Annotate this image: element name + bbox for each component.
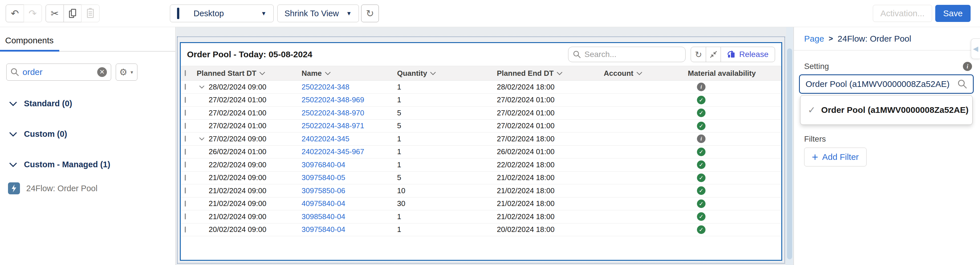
- row-checkbox[interactable]: [185, 97, 186, 103]
- paste-button[interactable]: [81, 5, 99, 22]
- cell-name-link[interactable]: 30975840-05: [302, 173, 397, 182]
- table-row[interactable]: 26/02/2024 01:0024022024-345-967126/02/2…: [181, 146, 781, 159]
- properties-panel: Page > 24Flow: Order Pool ◀ Setting i Or…: [794, 27, 980, 265]
- section-label: Custom - Managed (1): [24, 160, 110, 169]
- row-checkbox[interactable]: [185, 136, 186, 141]
- table-row[interactable]: 21/02/2024 09:0030985840-04121/02/2024 1…: [181, 210, 781, 224]
- cell-material-availability: ✓: [688, 186, 781, 195]
- desktop-monitor-icon: [177, 9, 188, 18]
- row-checkbox[interactable]: [185, 123, 186, 129]
- view-zoom-selector[interactable]: Shrink To View ▼: [277, 5, 359, 22]
- row-checkbox[interactable]: [185, 110, 186, 116]
- row-checkbox[interactable]: [185, 213, 186, 219]
- cut-button[interactable]: ✂: [46, 5, 64, 22]
- setting-option-selected[interactable]: ✓ Order Pool (a1MWV0000008Za52AE): [800, 105, 969, 116]
- component-item-label: 24Flow: Order Pool: [26, 184, 97, 193]
- availability-info-icon[interactable]: i: [697, 83, 705, 91]
- row-expander-icon[interactable]: [199, 137, 205, 140]
- canvas-scrollbar[interactable]: [786, 27, 793, 265]
- clear-search-icon[interactable]: ✕: [97, 67, 107, 77]
- planned-start-value: 28/02/2024 09:00: [208, 83, 266, 91]
- table-row[interactable]: 21/02/2024 09:0030975850-061021/02/2024 …: [181, 184, 781, 197]
- cell-name-link[interactable]: 30975840-04: [302, 225, 397, 234]
- cell-name-link[interactable]: 25022024-348-970: [302, 109, 397, 117]
- table-row[interactable]: 22/02/2024 09:0030976840-04122/02/2024 1…: [181, 159, 781, 171]
- column-header-planned-end-dt[interactable]: Planned End DT: [497, 69, 604, 78]
- column-header-quantity[interactable]: Quantity: [397, 69, 497, 78]
- cell-name-link[interactable]: 25022024-348-969: [302, 95, 397, 104]
- table-row[interactable]: 21/02/2024 09:0040975840-043021/02/2024 …: [181, 197, 781, 211]
- row-checkbox[interactable]: [185, 162, 186, 168]
- select-all-checkbox[interactable]: [185, 70, 186, 76]
- section-custom[interactable]: Custom (0): [0, 129, 175, 139]
- collapse-rows-button[interactable]: [706, 47, 721, 62]
- table-row[interactable]: 27/02/2024 09:0024022024-345127/02/2024 …: [181, 132, 781, 146]
- cell-name-link[interactable]: 40975840-04: [302, 199, 397, 208]
- table-search-input[interactable]: Search...: [568, 47, 686, 62]
- add-filter-button[interactable]: + Add Filter: [804, 148, 867, 167]
- device-selector[interactable]: Desktop ▼: [170, 5, 274, 22]
- cell-planned-start: 27/02/2024 09:00: [197, 135, 302, 143]
- table-row[interactable]: 21/02/2024 09:0030975840-05521/02/2024 1…: [181, 171, 781, 185]
- search-icon: [958, 79, 967, 89]
- canvas-refresh-button[interactable]: ↻: [361, 5, 379, 22]
- availability-ok-icon: ✓: [697, 200, 705, 208]
- plus-icon: +: [812, 152, 818, 162]
- table-refresh-button[interactable]: ↻: [690, 47, 706, 62]
- row-checkbox[interactable]: [185, 149, 186, 155]
- column-header-planned-start-dt[interactable]: Planned Start DT: [197, 69, 302, 78]
- component-item-24flow-order-pool[interactable]: 24Flow: Order Pool: [0, 182, 175, 194]
- row-checkbox[interactable]: [185, 201, 186, 206]
- redo-button[interactable]: ↷: [24, 5, 42, 22]
- contract-icon: [710, 51, 717, 58]
- activation-button[interactable]: Activation...: [873, 5, 932, 22]
- table-row[interactable]: 27/02/2024 01:0025022024-348-969127/02/2…: [181, 94, 781, 107]
- table-row[interactable]: 27/02/2024 01:0025022024-348-971527/02/2…: [181, 120, 781, 133]
- column-header-name[interactable]: Name: [302, 69, 397, 78]
- save-button[interactable]: Save: [935, 5, 970, 22]
- cell-name-link[interactable]: 30985840-04: [302, 212, 397, 221]
- save-label: Save: [943, 8, 963, 18]
- cell-name-link[interactable]: 30975850-06: [302, 186, 397, 195]
- availability-ok-icon: ✓: [697, 160, 705, 169]
- column-header-account[interactable]: Account: [604, 69, 688, 78]
- cell-quantity: 1: [397, 95, 497, 104]
- cell-name-link[interactable]: 30976840-04: [302, 160, 397, 169]
- breadcrumb-page-link[interactable]: Page: [804, 34, 824, 44]
- cell-name-link[interactable]: 25022024-348: [302, 83, 397, 92]
- scrollbar-thumb[interactable]: [787, 48, 792, 259]
- column-header-label: Planned End DT: [497, 69, 554, 78]
- selected-component-outline[interactable]: Order Pool - Today: 05-08-2024 Search...…: [177, 36, 785, 263]
- component-settings-button[interactable]: ⚙ ▼: [116, 63, 137, 81]
- row-checkbox[interactable]: [185, 227, 186, 233]
- cell-quantity: 1: [397, 160, 497, 169]
- section-custom-managed[interactable]: Custom - Managed (1): [0, 160, 175, 169]
- cell-name-link[interactable]: 24022024-345: [302, 135, 397, 143]
- release-button[interactable]: Release: [721, 47, 775, 62]
- panel-collapse-button[interactable]: ◀: [971, 38, 980, 59]
- component-search-input[interactable]: order ✕: [6, 63, 111, 81]
- cell-quantity: 30: [397, 199, 497, 208]
- tab-components[interactable]: Components: [0, 36, 59, 52]
- cell-planned-start: 27/02/2024 01:00: [197, 95, 302, 104]
- row-checkbox[interactable]: [185, 84, 186, 90]
- activation-label: Activation...: [880, 8, 924, 18]
- setting-lookup-input[interactable]: Order Pool (a1MWV0000008Za52AE): [799, 75, 974, 94]
- table-row[interactable]: 28/02/2024 09:0025022024-348128/02/2024 …: [181, 81, 781, 94]
- row-checkbox[interactable]: [185, 175, 186, 181]
- row-expander-icon[interactable]: [199, 85, 205, 89]
- row-checkbox[interactable]: [185, 187, 186, 194]
- undo-button[interactable]: ↶: [6, 5, 24, 22]
- cell-name-link[interactable]: 24022024-345-967: [302, 147, 397, 156]
- availability-info-icon[interactable]: i: [697, 135, 705, 143]
- info-icon[interactable]: i: [963, 62, 972, 71]
- table-header-row: Planned Start DTNameQuantityPlanned End …: [181, 66, 781, 81]
- cell-name-link[interactable]: 25022024-348-971: [302, 121, 397, 130]
- search-icon: [573, 51, 581, 59]
- section-standard[interactable]: Standard (0): [0, 99, 175, 108]
- cell-material-availability: ✓: [688, 122, 781, 130]
- copy-button[interactable]: [64, 5, 82, 22]
- cell-quantity: 1: [397, 135, 497, 143]
- table-row[interactable]: 27/02/2024 01:0025022024-348-970527/02/2…: [181, 106, 781, 120]
- table-row[interactable]: 20/02/2024 09:0030975840-04120/02/2024 1…: [181, 224, 781, 236]
